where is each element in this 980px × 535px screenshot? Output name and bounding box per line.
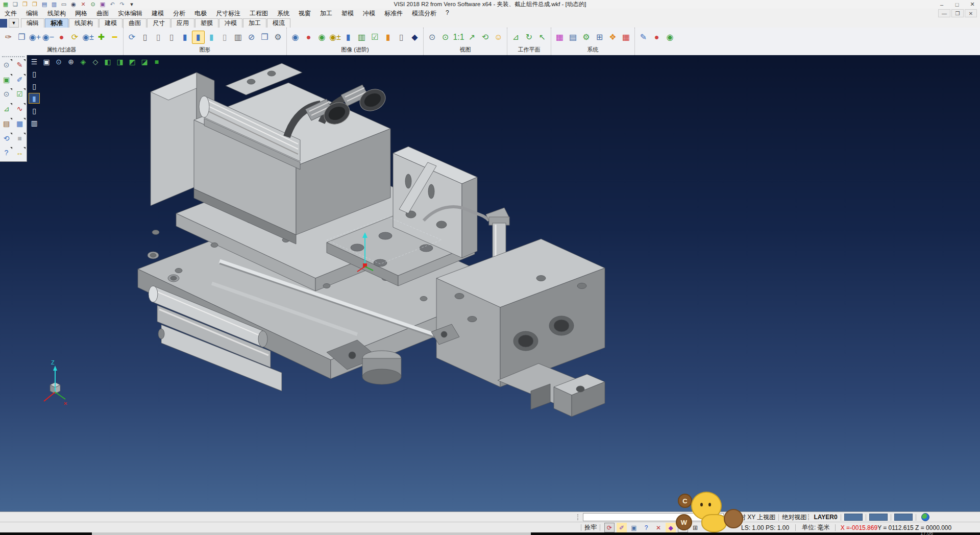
app-logo-icon[interactable]: ▦ [2,1,10,8]
striped-cylinder-icon[interactable]: ▥ [232,31,244,44]
delete-icon[interactable]: ✕ [79,1,87,8]
menu-item-wireframe[interactable]: 线架构 [43,9,70,18]
menu-item-system[interactable]: 系统 [273,9,294,18]
open-recent-icon[interactable]: ❐ [31,1,39,8]
context-help-icon[interactable]: ? [641,523,651,532]
save-icon[interactable]: ▤ [40,1,48,8]
menu-item-machining[interactable]: 加工 [315,9,337,18]
menu-item-surface[interactable]: 曲面 [92,9,113,18]
search-icon[interactable]: ⊙ [726,514,731,521]
solid-view-icon[interactable]: ■ [151,56,162,67]
layers-books-icon[interactable]: ▤ [1,118,12,129]
report-window-icon[interactable]: ▤ [567,31,579,44]
grey-cube-icon[interactable]: ■ [14,133,26,144]
axis-triad-icon[interactable]: ⊕ [65,56,77,67]
menu-item-mesh[interactable]: 网格 [70,9,92,18]
grid-snap-icon[interactable]: ⊞ [690,523,700,532]
traffic-light-icon[interactable]: ● [302,31,315,44]
workplane-align-icon[interactable]: ⊿ [509,31,522,44]
help-icon[interactable]: ? [1,147,12,158]
shaded-edges-mode-icon[interactable]: ▯ [29,105,40,116]
top-view-icon[interactable]: ◩ [127,56,138,67]
render-smiley-icon[interactable]: ☺ [492,31,505,44]
new-document-icon[interactable]: ❏ [11,1,19,8]
dashed-cylinder-icon[interactable]: ▯ [165,31,178,44]
maximize-button[interactable]: □ [949,1,965,9]
confirm-check-icon[interactable]: ☑ [14,88,26,100]
toggle-visibility-icon[interactable]: ◉± [82,31,94,44]
workplane-axes-icon[interactable]: ⊿ [1,103,12,114]
menu-item-standard-parts[interactable]: 标准件 [380,9,407,18]
traffic-light-filter-icon[interactable]: ● [55,31,68,44]
lock-label[interactable]: 拴牢 [584,523,597,532]
grid-settings-icon[interactable]: ▦ [620,31,632,44]
minimize-button[interactable]: – [934,1,949,9]
menu-item-analysis[interactable]: 分析 [168,9,190,18]
eye-filter-icon[interactable]: ◉ [289,31,302,44]
menu-item-dimension[interactable]: 尺寸标注 [211,9,245,18]
wireframe-mode-icon[interactable]: ▯ [29,68,40,79]
ribbon-tab[interactable]: 线架构 [69,18,99,28]
copy-graphics-icon[interactable]: ❒ [258,31,271,44]
view-mode-label[interactable]: 绝对 XY 上视图 [733,513,775,522]
ribbon-tab[interactable]: 冲模 [219,18,242,28]
sketch-curve-icon[interactable]: ✐ [14,74,26,85]
search-icon[interactable]: ⊙ [89,1,97,8]
hidden-line-mode-icon[interactable]: ▯ [29,81,40,91]
hide-all-icon[interactable]: ━ [108,31,121,44]
menu-item-solid-edit[interactable]: 实体编辑 [113,9,147,18]
wireframe-cylinder-icon[interactable]: ▯ [139,31,152,44]
highlight-image-icon[interactable]: ▮ [382,31,395,44]
stamp-icon[interactable]: ▣ [99,1,107,8]
measure-icon[interactable]: ↔ [14,147,26,158]
iso-view-icon[interactable]: ◈ [78,56,89,67]
print-icon[interactable]: ▭ [60,1,68,8]
translucent-cylinder-icon[interactable]: ▮ [205,31,218,44]
status-block-1[interactable] [844,514,863,521]
workplane-move-icon[interactable]: ↖ [536,31,549,44]
zoom-in-icon[interactable]: ⊙ [426,31,438,44]
hidden-line-cylinder-icon[interactable]: ▯ [152,31,165,44]
table-settings-icon[interactable]: ⊞ [593,31,606,44]
snap-settings-icon[interactable]: ◉ [664,31,676,44]
window-grid-icon[interactable]: ▦ [14,118,26,129]
magic-wand-icon[interactable]: ✐ [617,523,627,532]
sketch-erase-icon[interactable]: ✎ [14,59,26,70]
wireframe-image-icon[interactable]: ▯ [395,31,408,44]
delete-graphics-icon[interactable]: ⊘ [245,31,258,44]
ribbon-tab[interactable]: 编辑 [21,18,44,28]
view-arrow-icon[interactable]: ↗ [465,31,478,44]
ribbon-tab[interactable]: 加工 [243,18,266,28]
fit-view-icon[interactable]: ▣ [41,56,52,67]
absolute-view-label[interactable]: 绝对视图 [782,513,806,522]
close-button[interactable]: ✕ [965,1,980,9]
shaded-image-icon[interactable]: ▮ [342,31,355,44]
no-render-icon[interactable]: ✕ [653,523,664,532]
menu-item-moldflow[interactable]: 模流分析 [407,9,441,18]
selection-pencil-icon[interactable]: ✎ [637,31,650,44]
analysis-mode-icon[interactable]: ▥ [29,117,40,128]
zoom-dynamic-icon[interactable]: ⊙ [53,56,64,67]
autosave-refresh-icon[interactable]: ⟳ [604,523,615,532]
globe-icon[interactable] [921,513,929,521]
menu-item-window[interactable]: 视窗 [294,9,315,18]
zoom-solids-icon[interactable]: ⊙ [1,88,12,100]
zoom-window-icon[interactable]: ⊙ [439,31,452,44]
actual-size-icon[interactable]: 1:1 [452,31,465,44]
hand-select-icon[interactable]: ❖ [606,31,619,44]
snapshot-icon[interactable]: ◉ [69,1,78,8]
mdi-minimize-button[interactable]: — [938,9,950,17]
attribute-paint-icon[interactable]: ✑ [2,31,15,44]
active-layer-label[interactable]: LAYER0 [814,514,837,521]
shaded-wire-cylinder-icon[interactable]: ▮ [179,31,191,44]
menu-item-electrode[interactable]: 电极 [190,9,211,18]
shaded-mode-icon[interactable]: ▮ [29,93,40,104]
menu-item-drawing[interactable]: 工程图 [245,9,273,18]
solid-cube-icon[interactable]: ◆ [408,31,421,44]
front-view-icon[interactable]: ◧ [102,56,113,67]
shaded-cylinder-icon[interactable]: ▮ [192,31,205,44]
flat-cylinder-icon[interactable]: ▯ [218,31,231,44]
menu-item-die[interactable]: 冲模 [358,9,380,18]
hide-entities-icon[interactable]: ◉− [42,31,55,44]
striped-image-icon[interactable]: ▥ [355,31,368,44]
